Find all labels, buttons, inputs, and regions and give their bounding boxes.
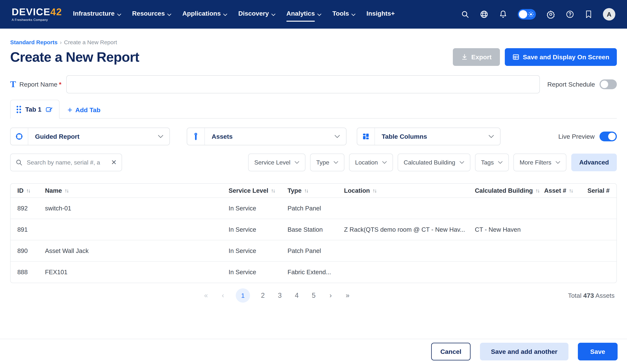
view-type-dropdown[interactable]: Table Columns <box>357 128 500 145</box>
table-row: 888 FEX101 In Service Fabric Extend... <box>10 261 617 283</box>
cell-building <box>475 198 544 219</box>
nav-discovery[interactable]: Discovery <box>238 10 275 19</box>
page-1-button[interactable]: 1 <box>236 288 250 303</box>
logo-tagline: A Freshworks Company <box>12 18 62 22</box>
cell-building <box>475 240 544 261</box>
nav-applications[interactable]: Applications <box>182 10 227 19</box>
header-serial-number[interactable]: Serial # <box>587 184 617 198</box>
theme-toggle[interactable] <box>518 9 536 20</box>
live-preview-toggle[interactable] <box>600 132 617 141</box>
logo-text: DEVICE42 <box>12 7 62 17</box>
report-type-dropdown[interactable]: Guided Report <box>10 128 170 145</box>
save-and-add-another-button[interactable]: Save and add another <box>480 343 568 361</box>
search-icon <box>15 159 23 166</box>
chevron-down-icon <box>295 161 299 164</box>
gear-icon[interactable] <box>546 10 555 19</box>
bookmark-icon[interactable] <box>585 10 592 19</box>
search-input[interactable] <box>26 159 107 166</box>
sort-icon[interactable]: ↑↓ <box>373 188 376 194</box>
prev-page-button[interactable]: ‹ <box>219 292 227 299</box>
cell-type: Fabric Extend... <box>288 261 344 283</box>
next-page-button[interactable]: › <box>326 292 335 299</box>
header-id[interactable]: ID↑↓ <box>10 184 45 198</box>
filter-service-level[interactable]: Service Level <box>248 154 305 171</box>
report-schedule-toggle[interactable] <box>600 79 617 89</box>
header-asset-number[interactable]: Asset #↑↓ <box>544 184 587 198</box>
user-avatar[interactable]: A <box>603 8 615 21</box>
cell-location <box>344 261 475 283</box>
cell-name: switch-01 <box>45 198 229 219</box>
last-page-button[interactable]: » <box>343 292 352 299</box>
notifications-bell-icon[interactable] <box>499 10 507 19</box>
nav-analytics[interactable]: Analytics <box>286 10 321 19</box>
view-type-value: Table Columns <box>375 133 427 140</box>
asset-search-box: ✕ <box>10 154 122 171</box>
clear-search-icon[interactable]: ✕ <box>111 159 117 166</box>
plus-icon: + <box>67 106 72 114</box>
sort-icon[interactable]: ↑↓ <box>65 188 68 194</box>
nav-resources[interactable]: Resources <box>132 10 171 19</box>
cell-type: Base Station <box>288 219 344 240</box>
filter-calculated-building[interactable]: Calculated Building <box>398 154 470 171</box>
filter-type[interactable]: Type <box>310 154 344 171</box>
header-actions: Export Save and Display On Screen <box>453 48 617 66</box>
chevron-down-icon <box>334 135 340 138</box>
cell-name: FEX101 <box>45 261 229 283</box>
export-button[interactable]: Export <box>453 48 500 66</box>
sort-icon[interactable]: ↑↓ <box>304 188 308 194</box>
page-3-button[interactable]: 3 <box>276 292 284 299</box>
report-name-input[interactable] <box>66 75 540 93</box>
sort-icon[interactable]: ↑↓ <box>569 188 573 194</box>
chevron-down-icon <box>333 161 338 164</box>
header-name[interactable]: Name↑↓ <box>45 184 229 198</box>
filter-more-filters[interactable]: More Filters <box>514 154 566 171</box>
chevron-down-icon <box>117 14 121 16</box>
page-2-button[interactable]: 2 <box>259 292 267 299</box>
breadcrumb-standard-reports[interactable]: Standard Reports <box>10 39 58 46</box>
save-button[interactable]: Save <box>578 343 618 361</box>
sort-icon[interactable]: ↑↓ <box>26 188 30 194</box>
footer-bar: Cancel Save and add another Save <box>0 339 627 364</box>
sort-icon[interactable]: ↑↓ <box>271 188 275 194</box>
breadcrumb-current: Create a New Report <box>64 39 117 46</box>
advanced-filters-button[interactable]: Advanced <box>571 154 617 171</box>
nav-insights[interactable]: Insights+ <box>366 10 395 19</box>
cell-service-level: In Service <box>229 198 288 219</box>
filter-location[interactable]: Location <box>349 154 393 171</box>
save-and-display-button[interactable]: Save and Display On Screen <box>505 48 617 66</box>
cell-name: Asset Wall Jack <box>45 240 229 261</box>
nav-infrastructure[interactable]: Infrastructure <box>73 10 121 19</box>
cancel-button[interactable]: Cancel <box>431 343 471 361</box>
drag-handle-icon[interactable] <box>17 106 21 113</box>
help-icon[interactable] <box>566 10 574 19</box>
edit-tab-icon[interactable] <box>46 106 53 113</box>
header-type[interactable]: Type↑↓ <box>288 184 344 198</box>
search-icon[interactable] <box>461 10 469 18</box>
chevron-down-icon <box>167 14 171 16</box>
filter-tags[interactable]: Tags <box>475 154 509 171</box>
device42-logo[interactable]: DEVICE42 A Freshworks Company <box>12 7 62 22</box>
header-calculated-building[interactable]: Calculated Building↑↓ <box>475 184 544 198</box>
cell-service-level: In Service <box>229 261 288 283</box>
chevron-down-icon <box>498 161 503 164</box>
add-tab-button[interactable]: + Add Tab <box>67 106 100 118</box>
first-page-button[interactable]: « <box>202 292 210 299</box>
header-location[interactable]: Location↑↓ <box>344 184 475 198</box>
table-header-row: ID↑↓ Name↑↓ Service Level↑↓ Type↑↓ Locat… <box>10 184 617 198</box>
cell-name <box>45 219 229 240</box>
page-4-button[interactable]: 4 <box>293 292 301 299</box>
cell-serial-number <box>587 198 617 219</box>
top-navbar: DEVICE42 A Freshworks Company Infrastruc… <box>0 0 627 29</box>
page-5-button[interactable]: 5 <box>310 292 318 299</box>
filter-chips: Service Level Type Location Calculated B… <box>248 154 566 171</box>
sort-icon[interactable]: ↑↓ <box>535 188 539 194</box>
globe-icon[interactable] <box>480 10 488 19</box>
chevron-down-icon <box>459 161 464 164</box>
report-type-value: Guided Report <box>28 133 79 140</box>
nav-tools[interactable]: Tools <box>332 10 356 19</box>
total-assets-count: Total 473 Assets <box>568 292 615 299</box>
header-service-level[interactable]: Service Level↑↓ <box>229 184 288 198</box>
object-type-dropdown[interactable]: Assets <box>187 128 346 145</box>
tab-1[interactable]: Tab 1 <box>10 100 59 119</box>
live-preview-label: Live Preview <box>558 133 595 140</box>
